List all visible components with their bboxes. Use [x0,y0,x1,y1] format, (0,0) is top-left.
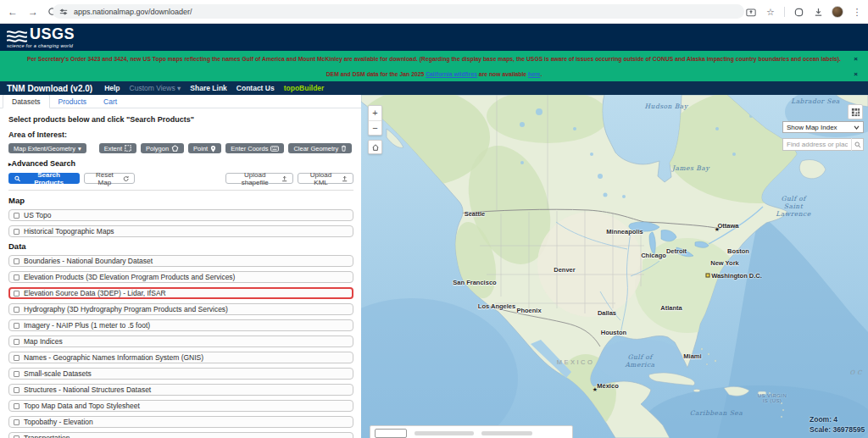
nav-topobuilder[interactable]: topoBuilder [284,84,325,92]
app-title: TNM Download (v2.0) [7,84,92,93]
point-button[interactable]: Point [188,143,221,153]
dataset-row[interactable]: Historical Topographic Maps [8,225,353,237]
dataset-label: Hydrography (3D Hydrography Program Prod… [24,305,228,313]
nav-contact-us[interactable]: Contact Us [236,84,275,92]
dataset-checkbox[interactable] [14,258,19,264]
map-index-grid-button[interactable] [848,104,863,119]
dataset-row[interactable]: Topobathy - Elevation [8,416,353,428]
dataset-checkbox[interactable] [14,291,19,297]
dataset-checkbox[interactable] [14,323,19,329]
usgs-logo[interactable]: USGS science for a changing world [7,25,75,48]
keyboard-icon [270,146,279,152]
find-address-input[interactable] [783,141,851,148]
dataset-checkbox[interactable] [14,339,19,345]
dataset-row[interactable]: Hydrography (3D Hydrography Program Prod… [8,303,353,315]
scale-text: Scale: 36978595 [810,424,865,435]
zoom-in-button[interactable]: + [369,106,381,120]
banner-topo-names-text: Per Secretary's Order 3423 and 3424, new… [27,56,841,62]
extent-icon [125,145,131,152]
zoom-out-button[interactable]: − [369,120,381,135]
dataset-row[interactable]: Structures - National Structures Dataset [8,384,353,396]
enter-coords-button[interactable]: Enter Coords [225,143,284,153]
section-divider [8,190,353,191]
banner-topo-names: Per Secretary's Order 3423 and 3424, new… [0,51,868,66]
map-section-header: Map [8,196,353,205]
aoi-button-row: Map Extent/Geometry▾ Extent Polygon Poin… [8,143,353,153]
dataset-row[interactable]: Boundaries - National Boundary Dataset [8,255,353,267]
upload-kml-button[interactable]: Upload KML [298,173,353,184]
dataset-row[interactable]: US Topo [8,209,353,221]
data-section-header: Data [8,241,353,251]
tab-share-icon[interactable] [745,6,757,18]
map-extent-geometry-button[interactable]: Map Extent/Geometry▾ [8,143,86,153]
dataset-checkbox[interactable] [14,355,19,361]
point-pin-icon [210,145,216,152]
nav-custom-views[interactable]: Custom Views ▾ [130,84,181,92]
dataset-row[interactable]: Names - Geographic Names Information Sys… [8,352,353,363]
extensions-icon[interactable] [793,6,804,18]
dataset-row[interactable]: Small-scale Datasets [8,368,353,380]
search-icon [14,175,20,182]
site-info-icon[interactable] [59,8,68,16]
bookmark-star-icon[interactable]: ☆ [765,6,776,18]
tab-datasets[interactable]: Datasets [3,95,50,108]
banner-close-icon[interactable]: × [854,55,858,63]
dataset-row[interactable]: Topo Map Data and Topo Stylesheet [8,400,353,412]
browser-back-icon[interactable]: ← [5,4,20,19]
banner-close-icon[interactable]: × [854,70,858,78]
dataset-checkbox[interactable] [14,274,19,280]
dataset-row[interactable]: Elevation Products (3D Elevation Program… [8,271,353,283]
dataset-row[interactable]: Map Indices [8,335,353,347]
profile-avatar[interactable] [832,6,843,18]
find-address-box [782,138,864,151]
reset-map-button[interactable]: Reset Map [84,173,136,184]
dataset-label: US Topo [24,211,51,219]
dataset-checkbox[interactable] [14,371,19,377]
nav-help[interactable]: Help [104,84,120,92]
dataset-row[interactable]: Elevation Source Data (3DEP) - Lidar, If… [8,287,353,299]
aoi-label: Area of Interest: [8,130,353,139]
nav-share-link[interactable]: Share Link [190,84,226,92]
browser-forward-icon[interactable]: → [25,4,41,19]
upload-shapefile-button[interactable]: Upload shapefile [225,173,293,184]
panel-tabs: Datasets Products Cart [0,95,361,108]
upload-icon [281,175,287,182]
search-products-button[interactable]: Search Products [8,173,80,184]
dataset-checkbox[interactable] [14,307,19,313]
home-icon [371,143,380,152]
coordinate-readout-button[interactable] [375,429,407,438]
california-wildfires-link[interactable]: California wildfires [426,71,477,77]
download-icon[interactable] [812,6,824,18]
chrome-divider [784,7,785,17]
dataset-row[interactable]: Transportation [8,432,353,438]
dataset-checkbox[interactable] [14,229,19,235]
map-viewport[interactable]: Hudson BayJames BayLabrador SeaGulf of S… [361,95,868,438]
dataset-label: Elevation Products (3D Elevation Program… [24,273,235,281]
dataset-label: Small-scale Datasets [24,369,92,378]
usgs-header: USGS science for a changing world [0,24,868,51]
zoom-control: + − [368,105,382,136]
tab-products[interactable]: Products [50,95,96,108]
extent-button[interactable]: Extent [99,143,136,153]
dataset-checkbox[interactable] [14,435,19,438]
search-magnifier-icon[interactable] [851,138,863,151]
upload-icon [342,175,348,182]
dataset-row[interactable]: Imagery - NAIP Plus (1 meter to .5 foot) [8,319,353,331]
usgs-logo-text: USGS [30,25,75,42]
dataset-checkbox[interactable] [14,213,19,219]
dataset-checkbox[interactable] [14,419,19,425]
dataset-checkbox[interactable] [14,387,19,393]
here-link[interactable]: here [528,71,540,77]
show-map-index-select[interactable]: Show Map Index [782,121,864,133]
polygon-button[interactable]: Polygon [141,143,184,153]
reset-icon [123,175,129,182]
menu-kebab-icon[interactable]: ⋮ [851,6,863,18]
url-bar[interactable]: apps.nationalmap.gov/downloader/ [53,4,744,19]
banner-wildfire-text: DEM and DSM data for the Jan 2025 Califo… [326,71,542,77]
advanced-search-toggle[interactable]: ▸Advanced Search [8,159,353,168]
clear-geometry-button[interactable]: Clear Geometry [288,143,352,153]
dataset-checkbox[interactable] [14,403,19,409]
tab-cart[interactable]: Cart [95,95,125,108]
home-extent-button[interactable] [368,140,382,154]
dataset-label: Historical Topographic Maps [24,227,114,236]
